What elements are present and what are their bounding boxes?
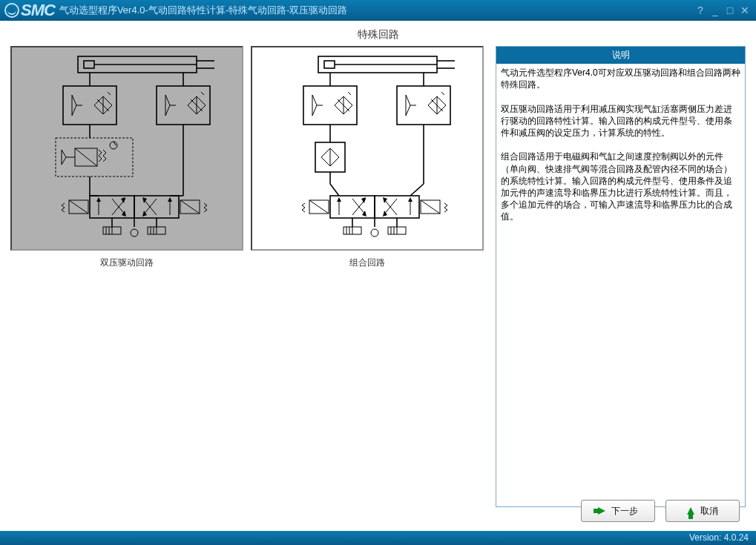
diagram-combination	[251, 46, 484, 251]
svg-rect-1	[84, 61, 94, 68]
svg-line-48	[180, 200, 200, 214]
help-icon[interactable]: ?	[694, 4, 707, 16]
svg-line-107	[309, 200, 329, 214]
svg-marker-105	[408, 197, 412, 202]
svg-line-76	[348, 92, 351, 95]
svg-marker-24	[62, 150, 66, 165]
svg-marker-34	[96, 197, 101, 202]
svg-point-121	[371, 229, 378, 237]
cancel-button[interactable]: 取消	[665, 500, 740, 522]
svg-line-20	[201, 92, 204, 95]
arrow-right-icon	[598, 507, 605, 515]
maximize-icon[interactable]: □	[723, 4, 737, 16]
minimize-icon[interactable]: _	[709, 4, 722, 16]
next-label: 下一步	[611, 505, 638, 518]
svg-rect-77	[397, 86, 450, 125]
svg-rect-64	[324, 61, 335, 68]
svg-point-60	[131, 229, 138, 237]
svg-line-27	[75, 148, 97, 166]
option-label-right: 组合回路	[251, 257, 484, 269]
circuit-options: 双压驱动回路	[10, 46, 488, 507]
svg-rect-7	[63, 86, 116, 125]
svg-marker-15	[165, 95, 170, 116]
close-icon[interactable]: ✕	[738, 4, 752, 16]
svg-marker-71	[312, 95, 317, 116]
svg-line-91	[410, 184, 424, 196]
svg-line-46	[69, 200, 88, 214]
logo-swirl-icon	[4, 3, 19, 18]
svg-marker-95	[337, 197, 341, 202]
svg-rect-14	[157, 86, 210, 125]
svg-rect-70	[303, 86, 357, 125]
option-label-left: 双压驱动回路	[10, 257, 243, 269]
info-body: 气动元件选型程序Ver4.0可对应双压驱动回路和组合回路两种特殊回路。 双压驱动…	[496, 64, 745, 225]
svg-marker-44	[168, 197, 172, 202]
button-row: 下一步 取消	[581, 500, 740, 522]
app-logo: SMC	[4, 1, 55, 20]
next-button[interactable]: 下一步	[581, 500, 655, 522]
arrow-up-icon	[687, 507, 694, 515]
svg-marker-78	[406, 95, 410, 116]
option-dual-pressure[interactable]: 双压驱动回路	[10, 46, 243, 507]
status-bar: Version: 4.0.24	[0, 531, 756, 545]
svg-line-83	[441, 92, 444, 95]
section-title: 特殊回路	[10, 28, 746, 42]
svg-line-109	[421, 200, 440, 214]
diagram-dual-pressure	[10, 46, 243, 251]
window-title: 气动选型程序Ver4.0-气动回路特性计算-特殊气动回路-双压驱动回路	[59, 4, 348, 17]
option-combination[interactable]: 组合回路	[251, 46, 484, 507]
svg-marker-99	[361, 197, 366, 203]
logo-text: SMC	[21, 1, 55, 20]
content-area: 特殊回路	[0, 21, 756, 531]
svg-line-90	[330, 184, 339, 196]
titlebar: SMC 气动选型程序Ver4.0-气动回路特性计算-特殊气动回路-双压驱动回路 …	[0, 0, 756, 21]
svg-line-13	[108, 92, 111, 95]
cancel-label: 取消	[700, 505, 718, 518]
version-label: Version: 4.0.24	[689, 532, 749, 543]
info-header: 说明	[496, 47, 745, 64]
window-controls: ? _ □ ✕	[694, 4, 752, 16]
info-panel: 说明 气动元件选型程序Ver4.0可对应双压驱动回路和组合回路两种特殊回路。 双…	[496, 46, 746, 507]
svg-point-28	[110, 142, 117, 149]
svg-marker-38	[121, 197, 125, 203]
svg-marker-8	[72, 95, 76, 116]
